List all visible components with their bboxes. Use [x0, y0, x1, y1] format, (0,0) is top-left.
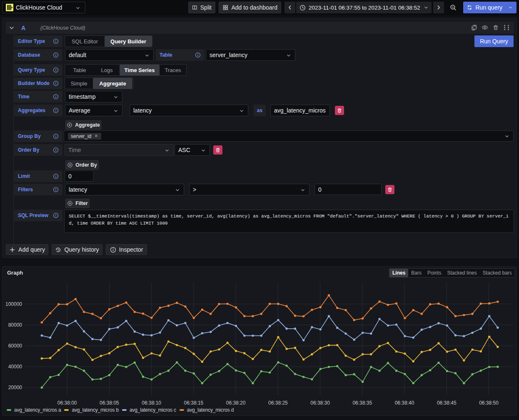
svg-text:20000: 20000 — [8, 385, 22, 390]
svg-text:06:38:00: 06:38:00 — [57, 400, 77, 406]
svg-text:06:38:45: 06:38:45 — [437, 400, 457, 406]
svg-text:06:38:40: 06:38:40 — [395, 400, 414, 406]
svg-text:06:38:35: 06:38:35 — [352, 400, 372, 406]
svg-text:06:38:05: 06:38:05 — [100, 400, 119, 406]
svg-text:80000: 80000 — [8, 322, 22, 328]
svg-text:06:38:10: 06:38:10 — [142, 400, 161, 406]
svg-text:40000: 40000 — [8, 364, 22, 370]
svg-text:06:38:25: 06:38:25 — [268, 400, 288, 406]
svg-text:06:38:20: 06:38:20 — [226, 400, 246, 406]
svg-text:06:38:30: 06:38:30 — [310, 400, 330, 406]
svg-text:06:38:15: 06:38:15 — [184, 400, 204, 406]
svg-text:60000: 60000 — [8, 343, 22, 349]
svg-text:100000: 100000 — [5, 301, 22, 307]
svg-text:06:38:50: 06:38:50 — [479, 400, 499, 406]
